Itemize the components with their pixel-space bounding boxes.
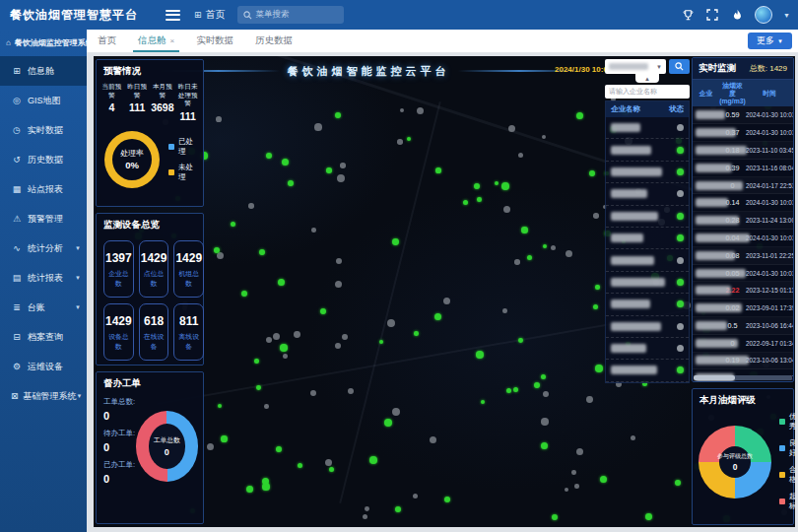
map-pin-online[interactable]	[477, 197, 482, 202]
map-pin-offline[interactable]	[443, 298, 450, 304]
map-pin-online[interactable]	[256, 385, 261, 390]
map-pin-online[interactable]	[463, 200, 468, 205]
map-pin-online[interactable]	[589, 170, 595, 176]
map-pin-online[interactable]	[298, 463, 302, 468]
flame-icon[interactable]	[730, 8, 744, 22]
map-pin-online[interactable]	[395, 506, 401, 512]
map-pin-online[interactable]	[495, 181, 499, 185]
map-pin-online[interactable]	[384, 419, 392, 427]
realtime-row[interactable]: 0.18 2023-11-10 03:45:00	[693, 142, 793, 160]
map-pin-offline[interactable]	[392, 408, 400, 416]
home-tab-chip[interactable]: ⊞ 首页	[194, 8, 226, 22]
sidebar-item[interactable]: ↺ 历史数据 ▼	[0, 145, 87, 174]
realtime-row[interactable]: 0 2022-09-17 01:34:00	[693, 335, 793, 353]
map-pin-online[interactable]	[221, 435, 228, 442]
map-pin-online[interactable]	[481, 400, 485, 404]
map-pin-online[interactable]	[434, 313, 441, 320]
sidebar-item[interactable]: ⊟ 档案查询 ▼	[0, 322, 87, 352]
map-pin-offline[interactable]	[400, 108, 404, 112]
sidebar-item[interactable]: ⊞ 信息舱 ▼	[0, 56, 87, 86]
stat-tile[interactable]: 1397 企业总数	[103, 240, 134, 298]
collapse-handle[interactable]: ▲	[635, 74, 659, 83]
map-pin-offline[interactable]	[335, 281, 342, 288]
map-pin-offline[interactable]	[207, 443, 214, 450]
map-pin-online[interactable]	[278, 279, 285, 286]
scrollbar-thumb[interactable]	[694, 375, 735, 380]
realtime-row[interactable]: 0.19 2023-10-06 13:04:00	[693, 353, 793, 370]
map-pin-offline[interactable]	[337, 174, 345, 182]
map-pin-offline[interactable]	[397, 139, 403, 145]
stat-tile[interactable]: 811 离线设备	[173, 303, 204, 361]
map-pin-online[interactable]	[543, 244, 547, 248]
map-pin-online[interactable]	[231, 222, 235, 227]
map-pin-online[interactable]	[254, 359, 259, 364]
company-row[interactable]	[606, 338, 689, 360]
map-pin-offline[interactable]	[413, 494, 418, 499]
map-pin-online[interactable]	[241, 291, 247, 297]
map-pin-offline[interactable]	[363, 514, 367, 519]
map-pin-online[interactable]	[444, 497, 450, 502]
map-pin-offline[interactable]	[417, 107, 424, 114]
map-pin-online[interactable]	[259, 249, 265, 255]
trophy-icon[interactable]	[681, 8, 695, 22]
company-row[interactable]	[606, 183, 689, 205]
map-pin-offline[interactable]	[216, 116, 222, 122]
map-pin-online[interactable]	[407, 137, 411, 141]
realtime-row[interactable]: 0 2024-01-17 22:53:00	[693, 177, 793, 195]
map-pin-online[interactable]	[600, 476, 607, 483]
map-pin-online[interactable]	[280, 344, 288, 352]
content-tab[interactable]: 首页 ×	[87, 30, 127, 52]
map-pin-offline[interactable]	[593, 213, 599, 219]
realtime-row[interactable]: 0.59 2024-01-30 10:03:00	[693, 106, 793, 124]
sidebar-system-header[interactable]: ⌂ 餐饮油烟监控管理系统 ▲	[0, 30, 87, 56]
map-pin-offline[interactable]	[311, 228, 316, 233]
map-pin-online[interactable]	[552, 514, 558, 520]
close-icon[interactable]: ×	[170, 36, 175, 45]
map-pin-online[interactable]	[326, 167, 332, 173]
map-pin-offline[interactable]	[502, 308, 507, 313]
sidebar-item[interactable]: ◷ 实时数据 ▼	[0, 115, 87, 145]
sidebar-item[interactable]: ⚠ 预警管理 ▼	[0, 204, 87, 233]
map-pin-offline[interactable]	[283, 354, 288, 359]
map-pin-offline[interactable]	[571, 470, 576, 475]
map-pin-online[interactable]	[320, 308, 326, 314]
stat-tile[interactable]: 618 在线设备	[139, 303, 169, 361]
map-pin-online[interactable]	[675, 480, 681, 486]
content-tab[interactable]: 实时数据 ×	[185, 30, 244, 52]
map-pin-offline[interactable]	[314, 123, 322, 131]
map-pin-offline[interactable]	[365, 506, 369, 511]
map-pin-online[interactable]	[282, 159, 289, 166]
realtime-row[interactable]: 0.08 2023-11-01 22:25:00	[693, 247, 793, 265]
more-button[interactable]: 更多 ▼	[748, 33, 792, 49]
map-pin-offline[interactable]	[264, 404, 269, 409]
map-pin-online[interactable]	[435, 167, 441, 173]
sidebar-item[interactable]: ▤ 统计报表 ▼	[0, 263, 87, 293]
map-pin-offline[interactable]	[335, 343, 341, 349]
map-pin-offline[interactable]	[217, 252, 224, 259]
realtime-row[interactable]: 2.22 2023-12-15 01:11:00	[693, 282, 793, 299]
map-pin-online[interactable]	[527, 255, 532, 260]
map-pin-offline[interactable]	[503, 206, 510, 213]
sidebar-item[interactable]: ◎ GIS地图 ▼	[0, 86, 87, 115]
map-pin-offline[interactable]	[387, 319, 395, 327]
map-pin-online[interactable]	[501, 182, 509, 190]
stat-tile[interactable]: 1429 机组总数	[173, 240, 204, 298]
company-row[interactable]	[606, 249, 689, 271]
map-pin-offline[interactable]	[543, 391, 549, 397]
company-row[interactable]	[606, 272, 689, 294]
map-pin-online[interactable]	[645, 513, 652, 520]
content-tab[interactable]: 信息舱 ×	[127, 30, 185, 52]
company-row[interactable]	[606, 360, 689, 381]
map-pin-offline[interactable]	[310, 390, 316, 396]
map-pin-online[interactable]	[476, 351, 484, 359]
map-pin-online[interactable]	[541, 374, 546, 379]
chevron-down-icon[interactable]: ▼	[783, 12, 790, 19]
map-pin-online[interactable]	[379, 340, 383, 344]
map-pin-offline[interactable]	[565, 250, 572, 257]
map-pin-offline[interactable]	[340, 163, 346, 168]
sidebar-item[interactable]: ⊠ 基础管理系统 ▼	[0, 381, 87, 411]
sidebar-item[interactable]: ▦ 站点报表 ▼	[0, 174, 87, 204]
map-pin-online[interactable]	[595, 285, 600, 290]
stat-tile[interactable]: 1429 点位总数	[139, 240, 169, 298]
map-pin-offline[interactable]	[518, 153, 523, 158]
